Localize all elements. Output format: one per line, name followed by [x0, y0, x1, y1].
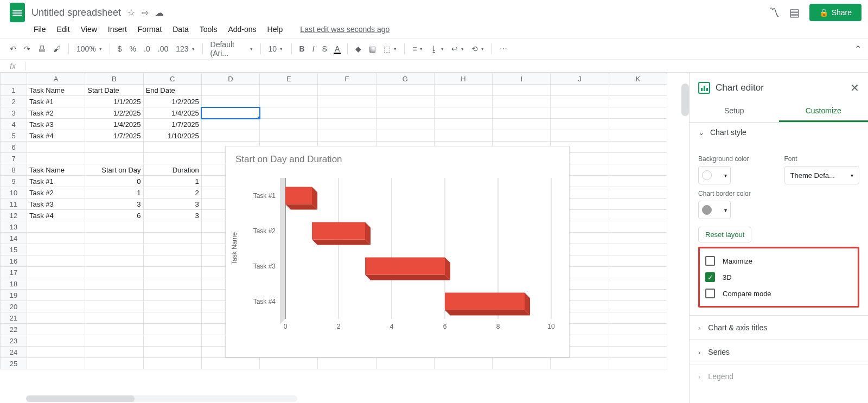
zoom-select[interactable]: 100%	[73, 42, 105, 55]
cell[interactable]	[434, 96, 492, 107]
bg-color-picker[interactable]: ▾	[698, 166, 731, 184]
cell[interactable]	[85, 267, 143, 278]
cell[interactable]	[143, 324, 201, 335]
cell[interactable]: 1/7/2025	[85, 130, 143, 142]
cell[interactable]	[27, 278, 85, 290]
font-dropdown[interactable]: Theme Defa...▾	[784, 166, 860, 184]
row-header[interactable]: 13	[1, 221, 27, 233]
cell[interactable]	[609, 96, 667, 107]
row-header[interactable]: 15	[1, 244, 27, 255]
cell[interactable]	[143, 244, 201, 255]
sheets-logo[interactable]	[7, 2, 28, 23]
cell[interactable]	[85, 324, 143, 335]
cell[interactable]	[609, 199, 667, 210]
menu-help[interactable]: Help	[263, 23, 288, 36]
cell[interactable]	[27, 244, 85, 255]
cell[interactable]	[493, 85, 551, 96]
cell[interactable]	[551, 85, 609, 96]
col-header-A[interactable]: A	[27, 73, 85, 85]
cell[interactable]: 1	[143, 176, 201, 187]
cell[interactable]	[609, 255, 667, 267]
cell[interactable]	[376, 107, 434, 119]
cell[interactable]	[27, 153, 85, 164]
cell[interactable]	[85, 301, 143, 312]
cell[interactable]	[551, 107, 609, 119]
last-edit-link[interactable]: Last edit was seconds ago	[296, 23, 394, 36]
cell[interactable]: 1/4/2025	[143, 107, 201, 119]
horizontal-scrollbar[interactable]	[26, 395, 297, 402]
fontsize-select[interactable]: 10	[265, 42, 287, 55]
border-color-picker[interactable]: ▾	[698, 201, 731, 219]
cell[interactable]	[27, 255, 85, 267]
cell[interactable]: 2	[143, 187, 201, 199]
cell[interactable]	[609, 244, 667, 255]
cell[interactable]	[201, 85, 259, 96]
cell[interactable]	[27, 221, 85, 233]
row-header[interactable]: 11	[1, 199, 27, 210]
cell[interactable]	[85, 233, 143, 244]
cell[interactable]	[434, 358, 492, 369]
menu-data[interactable]: Data	[168, 23, 193, 36]
cell[interactable]	[609, 335, 667, 347]
cell[interactable]: 1/10/2025	[143, 130, 201, 142]
cell[interactable]: Task Name	[27, 85, 85, 96]
cell[interactable]	[609, 290, 667, 301]
cell[interactable]	[260, 130, 318, 142]
move-icon[interactable]: ⇨	[142, 8, 149, 18]
cell[interactable]: Task #2	[27, 107, 85, 119]
checkbox-compare[interactable]: Compare mode	[705, 285, 852, 302]
row-header[interactable]: 9	[1, 176, 27, 187]
col-header-E[interactable]: E	[260, 73, 318, 85]
cell[interactable]	[551, 358, 609, 369]
cell[interactable]	[376, 119, 434, 130]
bold-button[interactable]: B	[296, 42, 308, 55]
doc-title[interactable]: Untitled spreadsheet	[31, 7, 121, 18]
row-header[interactable]: 18	[1, 278, 27, 290]
menu-insert[interactable]: Insert	[104, 23, 131, 36]
valign-button[interactable]: ⭳	[427, 42, 447, 55]
reset-layout-button[interactable]: Reset layout	[698, 227, 751, 242]
cell[interactable]	[318, 130, 376, 142]
print-button[interactable]: 🖶	[35, 42, 49, 55]
cell[interactable]	[609, 153, 667, 164]
col-header-F[interactable]: F	[318, 73, 376, 85]
cell[interactable]	[260, 119, 318, 130]
cell[interactable]: 1/1/2025	[85, 96, 143, 107]
cell[interactable]	[85, 347, 143, 358]
cell[interactable]	[493, 130, 551, 142]
cell[interactable]: 1/4/2025	[85, 119, 143, 130]
cell[interactable]	[85, 290, 143, 301]
cell[interactable]	[85, 312, 143, 324]
cell[interactable]	[318, 119, 376, 130]
percent-button[interactable]: %	[126, 42, 139, 55]
col-header-B[interactable]: B	[85, 73, 143, 85]
row-header[interactable]: 8	[1, 164, 27, 176]
row-header[interactable]: 6	[1, 142, 27, 153]
cell[interactable]	[27, 267, 85, 278]
tab-customize[interactable]: Customize	[779, 101, 869, 122]
cell[interactable]	[434, 119, 492, 130]
embedded-chart[interactable]: Start on Day and Duration 0246810Task Na…	[225, 146, 570, 357]
share-button[interactable]: 🔒 Share	[809, 4, 861, 21]
menu-add-ons[interactable]: Add-ons	[224, 23, 260, 36]
row-header[interactable]: 22	[1, 324, 27, 335]
cell[interactable]	[260, 85, 318, 96]
cell[interactable]	[609, 358, 667, 369]
trend-icon[interactable]: 〽	[769, 7, 780, 19]
cell[interactable]	[201, 358, 259, 369]
cell[interactable]	[260, 96, 318, 107]
cell[interactable]	[318, 96, 376, 107]
cell[interactable]	[376, 96, 434, 107]
increase-decimal-button[interactable]: .00	[155, 42, 171, 55]
cell[interactable]	[551, 119, 609, 130]
cell[interactable]: End Date	[143, 85, 201, 96]
row-header[interactable]: 1	[1, 85, 27, 96]
cell[interactable]	[609, 142, 667, 153]
cell[interactable]: Task #4	[27, 210, 85, 221]
cell[interactable]	[85, 278, 143, 290]
cell[interactable]	[201, 119, 259, 130]
cell[interactable]	[318, 107, 376, 119]
cell[interactable]: Task #1	[27, 176, 85, 187]
row-header[interactable]: 21	[1, 312, 27, 324]
cell[interactable]	[143, 347, 201, 358]
